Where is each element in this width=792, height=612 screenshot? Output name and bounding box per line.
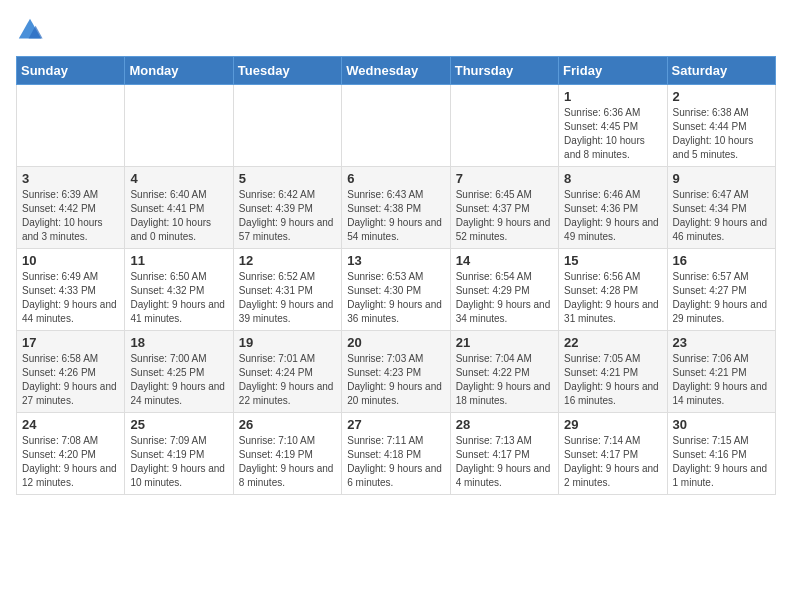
day-cell: 12Sunrise: 6:52 AM Sunset: 4:31 PM Dayli… [233, 249, 341, 331]
day-number: 13 [347, 253, 444, 268]
day-cell: 13Sunrise: 6:53 AM Sunset: 4:30 PM Dayli… [342, 249, 450, 331]
day-info: Sunrise: 7:09 AM Sunset: 4:19 PM Dayligh… [130, 434, 227, 490]
day-cell: 23Sunrise: 7:06 AM Sunset: 4:21 PM Dayli… [667, 331, 775, 413]
day-cell [17, 85, 125, 167]
day-number: 8 [564, 171, 661, 186]
day-info: Sunrise: 6:56 AM Sunset: 4:28 PM Dayligh… [564, 270, 661, 326]
day-number: 22 [564, 335, 661, 350]
day-number: 1 [564, 89, 661, 104]
day-info: Sunrise: 7:08 AM Sunset: 4:20 PM Dayligh… [22, 434, 119, 490]
day-cell: 20Sunrise: 7:03 AM Sunset: 4:23 PM Dayli… [342, 331, 450, 413]
day-info: Sunrise: 6:49 AM Sunset: 4:33 PM Dayligh… [22, 270, 119, 326]
day-cell: 22Sunrise: 7:05 AM Sunset: 4:21 PM Dayli… [559, 331, 667, 413]
day-number: 27 [347, 417, 444, 432]
header-saturday: Saturday [667, 57, 775, 85]
day-cell: 16Sunrise: 6:57 AM Sunset: 4:27 PM Dayli… [667, 249, 775, 331]
day-number: 20 [347, 335, 444, 350]
day-info: Sunrise: 7:15 AM Sunset: 4:16 PM Dayligh… [673, 434, 770, 490]
day-cell: 27Sunrise: 7:11 AM Sunset: 4:18 PM Dayli… [342, 413, 450, 495]
day-cell: 17Sunrise: 6:58 AM Sunset: 4:26 PM Dayli… [17, 331, 125, 413]
day-info: Sunrise: 7:13 AM Sunset: 4:17 PM Dayligh… [456, 434, 553, 490]
day-cell: 8Sunrise: 6:46 AM Sunset: 4:36 PM Daylig… [559, 167, 667, 249]
day-number: 2 [673, 89, 770, 104]
day-number: 26 [239, 417, 336, 432]
calendar-header-row: SundayMondayTuesdayWednesdayThursdayFrid… [17, 57, 776, 85]
day-cell: 30Sunrise: 7:15 AM Sunset: 4:16 PM Dayli… [667, 413, 775, 495]
day-number: 19 [239, 335, 336, 350]
day-info: Sunrise: 6:36 AM Sunset: 4:45 PM Dayligh… [564, 106, 661, 162]
day-cell [450, 85, 558, 167]
day-info: Sunrise: 6:45 AM Sunset: 4:37 PM Dayligh… [456, 188, 553, 244]
header-monday: Monday [125, 57, 233, 85]
day-info: Sunrise: 6:47 AM Sunset: 4:34 PM Dayligh… [673, 188, 770, 244]
day-number: 9 [673, 171, 770, 186]
day-cell: 19Sunrise: 7:01 AM Sunset: 4:24 PM Dayli… [233, 331, 341, 413]
week-row-3: 17Sunrise: 6:58 AM Sunset: 4:26 PM Dayli… [17, 331, 776, 413]
header-tuesday: Tuesday [233, 57, 341, 85]
day-number: 4 [130, 171, 227, 186]
day-cell: 6Sunrise: 6:43 AM Sunset: 4:38 PM Daylig… [342, 167, 450, 249]
week-row-0: 1Sunrise: 6:36 AM Sunset: 4:45 PM Daylig… [17, 85, 776, 167]
header-wednesday: Wednesday [342, 57, 450, 85]
header-sunday: Sunday [17, 57, 125, 85]
day-number: 5 [239, 171, 336, 186]
day-number: 12 [239, 253, 336, 268]
logo-icon [16, 16, 44, 44]
day-cell: 28Sunrise: 7:13 AM Sunset: 4:17 PM Dayli… [450, 413, 558, 495]
day-info: Sunrise: 6:40 AM Sunset: 4:41 PM Dayligh… [130, 188, 227, 244]
day-info: Sunrise: 7:14 AM Sunset: 4:17 PM Dayligh… [564, 434, 661, 490]
logo [16, 16, 48, 44]
day-info: Sunrise: 6:53 AM Sunset: 4:30 PM Dayligh… [347, 270, 444, 326]
day-number: 23 [673, 335, 770, 350]
day-info: Sunrise: 7:04 AM Sunset: 4:22 PM Dayligh… [456, 352, 553, 408]
day-info: Sunrise: 6:38 AM Sunset: 4:44 PM Dayligh… [673, 106, 770, 162]
day-cell: 18Sunrise: 7:00 AM Sunset: 4:25 PM Dayli… [125, 331, 233, 413]
day-cell [342, 85, 450, 167]
day-info: Sunrise: 7:05 AM Sunset: 4:21 PM Dayligh… [564, 352, 661, 408]
day-cell: 5Sunrise: 6:42 AM Sunset: 4:39 PM Daylig… [233, 167, 341, 249]
day-info: Sunrise: 7:03 AM Sunset: 4:23 PM Dayligh… [347, 352, 444, 408]
day-info: Sunrise: 7:06 AM Sunset: 4:21 PM Dayligh… [673, 352, 770, 408]
day-number: 10 [22, 253, 119, 268]
day-cell: 15Sunrise: 6:56 AM Sunset: 4:28 PM Dayli… [559, 249, 667, 331]
day-info: Sunrise: 6:42 AM Sunset: 4:39 PM Dayligh… [239, 188, 336, 244]
week-row-4: 24Sunrise: 7:08 AM Sunset: 4:20 PM Dayli… [17, 413, 776, 495]
day-info: Sunrise: 6:46 AM Sunset: 4:36 PM Dayligh… [564, 188, 661, 244]
day-number: 15 [564, 253, 661, 268]
day-number: 17 [22, 335, 119, 350]
day-info: Sunrise: 6:52 AM Sunset: 4:31 PM Dayligh… [239, 270, 336, 326]
day-cell: 29Sunrise: 7:14 AM Sunset: 4:17 PM Dayli… [559, 413, 667, 495]
day-info: Sunrise: 7:10 AM Sunset: 4:19 PM Dayligh… [239, 434, 336, 490]
day-number: 3 [22, 171, 119, 186]
day-number: 14 [456, 253, 553, 268]
page-header [16, 16, 776, 44]
day-number: 6 [347, 171, 444, 186]
day-number: 29 [564, 417, 661, 432]
day-info: Sunrise: 6:50 AM Sunset: 4:32 PM Dayligh… [130, 270, 227, 326]
day-number: 16 [673, 253, 770, 268]
day-cell: 3Sunrise: 6:39 AM Sunset: 4:42 PM Daylig… [17, 167, 125, 249]
day-cell: 4Sunrise: 6:40 AM Sunset: 4:41 PM Daylig… [125, 167, 233, 249]
day-cell: 2Sunrise: 6:38 AM Sunset: 4:44 PM Daylig… [667, 85, 775, 167]
day-number: 30 [673, 417, 770, 432]
day-info: Sunrise: 7:00 AM Sunset: 4:25 PM Dayligh… [130, 352, 227, 408]
day-number: 7 [456, 171, 553, 186]
day-number: 24 [22, 417, 119, 432]
calendar-table: SundayMondayTuesdayWednesdayThursdayFrid… [16, 56, 776, 495]
week-row-2: 10Sunrise: 6:49 AM Sunset: 4:33 PM Dayli… [17, 249, 776, 331]
day-info: Sunrise: 6:57 AM Sunset: 4:27 PM Dayligh… [673, 270, 770, 326]
header-thursday: Thursday [450, 57, 558, 85]
week-row-1: 3Sunrise: 6:39 AM Sunset: 4:42 PM Daylig… [17, 167, 776, 249]
day-number: 21 [456, 335, 553, 350]
day-cell: 21Sunrise: 7:04 AM Sunset: 4:22 PM Dayli… [450, 331, 558, 413]
day-info: Sunrise: 7:01 AM Sunset: 4:24 PM Dayligh… [239, 352, 336, 408]
day-number: 25 [130, 417, 227, 432]
day-info: Sunrise: 6:43 AM Sunset: 4:38 PM Dayligh… [347, 188, 444, 244]
day-cell: 24Sunrise: 7:08 AM Sunset: 4:20 PM Dayli… [17, 413, 125, 495]
day-cell: 25Sunrise: 7:09 AM Sunset: 4:19 PM Dayli… [125, 413, 233, 495]
day-info: Sunrise: 6:58 AM Sunset: 4:26 PM Dayligh… [22, 352, 119, 408]
day-number: 11 [130, 253, 227, 268]
day-info: Sunrise: 6:54 AM Sunset: 4:29 PM Dayligh… [456, 270, 553, 326]
day-cell: 9Sunrise: 6:47 AM Sunset: 4:34 PM Daylig… [667, 167, 775, 249]
day-info: Sunrise: 7:11 AM Sunset: 4:18 PM Dayligh… [347, 434, 444, 490]
